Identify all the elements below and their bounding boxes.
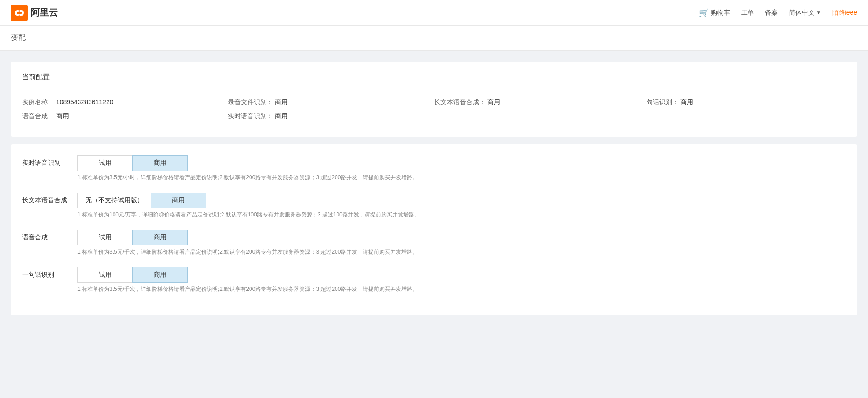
service-realtime-buttons: 试用 商用: [77, 155, 188, 171]
config-item-recording: 录音文件识别： 商用: [228, 98, 434, 107]
service-longtext-section: 长文本语音合成 无（不支持试用版） 商用 1.标准单价为100元/万字，详细阶梯…: [22, 193, 846, 219]
cart-icon: 🛒: [699, 8, 709, 18]
service-tts-buttons: 试用 商用: [77, 230, 188, 245]
config-value-longtext: 商用: [487, 98, 500, 106]
longtext-none-btn[interactable]: 无（不支持试用版）: [77, 193, 151, 208]
cart-nav-item[interactable]: 🛒 购物车: [699, 8, 730, 18]
logo-text: 阿里云: [30, 6, 58, 19]
svg-rect-0: [11, 5, 28, 21]
service-realtime-name: 实时语音识别: [22, 155, 77, 167]
config-label-tts: 语音合成：: [22, 112, 54, 119]
service-sentence-row: 一句话识别 试用 商用: [22, 267, 846, 283]
services-config-card: 实时语音识别 试用 商用 1.标准单价为3.5元/小时，详细阶梯价格请看产品定价…: [11, 144, 857, 315]
service-tts-row: 语音合成 试用 商用: [22, 230, 846, 245]
current-config-title: 当前配置: [22, 73, 846, 89]
lang-selector[interactable]: 简体中文 ▼: [789, 9, 821, 17]
main-content: 当前配置 实例名称： 1089543283611220 录音文件识别： 商用 长…: [0, 51, 868, 398]
config-value-recording: 商用: [275, 98, 288, 106]
config-label-longtext: 长文本语音合成：: [434, 98, 485, 106]
realtime-commercial-btn[interactable]: 商用: [132, 155, 188, 171]
user-label: 陌路ieee: [832, 9, 857, 17]
lang-label: 简体中文: [789, 9, 815, 17]
header: 阿里云 🛒 购物车 工单 备案 简体中文 ▼ 陌路ieee: [0, 0, 868, 26]
sentence-commercial-btn[interactable]: 商用: [132, 267, 188, 283]
service-sentence-buttons: 试用 商用: [77, 267, 188, 283]
service-tts-name: 语音合成: [22, 230, 77, 242]
service-longtext-name: 长文本语音合成: [22, 193, 77, 205]
config-label-sentence: 一句话识别：: [640, 98, 679, 106]
tts-commercial-btn[interactable]: 商用: [132, 230, 188, 245]
sentence-trial-btn[interactable]: 试用: [77, 267, 132, 283]
config-item-longtext: 长文本语音合成： 商用: [434, 98, 640, 107]
longtext-commercial-btn[interactable]: 商用: [151, 193, 206, 208]
chevron-down-icon: ▼: [817, 10, 821, 15]
service-longtext-buttons: 无（不支持试用版） 商用: [77, 193, 206, 208]
service-sentence-name: 一句话识别: [22, 267, 77, 279]
order-nav-item[interactable]: 工单: [741, 9, 754, 17]
header-nav: 🛒 购物车 工单 备案 简体中文 ▼ 陌路ieee: [699, 8, 857, 18]
config-label-recording: 录音文件识别：: [228, 98, 273, 106]
realtime-trial-btn[interactable]: 试用: [77, 155, 132, 171]
order-label: 工单: [741, 9, 754, 17]
config-item-tts: 语音合成： 商用: [22, 112, 228, 120]
cart-label: 购物车: [711, 9, 730, 17]
config-item-sentence: 一句话识别： 商用: [640, 98, 846, 107]
page-title: 变配: [11, 34, 26, 41]
service-longtext-row: 长文本语音合成 无（不支持试用版） 商用: [22, 193, 846, 208]
service-sentence-desc: 1.标准单价为3.5元/千次，详细阶梯价格请看产品定价说明;2.默认享有200路…: [77, 285, 846, 293]
config-label-instance: 实例名称：: [22, 98, 54, 106]
config-row-1: 实例名称： 1089543283611220 录音文件识别： 商用 长文本语音合…: [22, 98, 846, 107]
record-nav-item[interactable]: 备案: [765, 9, 778, 17]
page-title-bar: 变配: [0, 26, 868, 51]
logo-icon: [11, 5, 28, 21]
service-realtime-section: 实时语音识别 试用 商用 1.标准单价为3.5元/小时，详细阶梯价格请看产品定价…: [22, 155, 846, 182]
service-realtime-row: 实时语音识别 试用 商用: [22, 155, 846, 171]
config-value-tts: 商用: [56, 112, 69, 119]
service-longtext-desc: 1.标准单价为100元/万字，详细阶梯价格请看产品定价说明;2.默认享有100路…: [77, 211, 846, 219]
config-value-sentence: 商用: [680, 98, 693, 106]
user-nav-item[interactable]: 陌路ieee: [832, 9, 857, 17]
record-label: 备案: [765, 9, 778, 17]
config-row-2: 语音合成： 商用 实时语音识别： 商用: [22, 112, 846, 120]
config-value-realtime: 商用: [275, 112, 288, 119]
config-label-realtime: 实时语音识别：: [228, 112, 273, 119]
tts-trial-btn[interactable]: 试用: [77, 230, 132, 245]
config-item-realtime: 实时语音识别： 商用: [228, 112, 434, 120]
service-tts-section: 语音合成 试用 商用 1.标准单价为3.5元/千次，详细阶梯价格请看产品定价说明…: [22, 230, 846, 256]
service-tts-desc: 1.标准单价为3.5元/千次，详细阶梯价格请看产品定价说明;2.默认享有200路…: [77, 248, 846, 256]
logo[interactable]: 阿里云: [11, 5, 58, 21]
config-value-instance: 1089543283611220: [56, 98, 114, 106]
service-sentence-section: 一句话识别 试用 商用 1.标准单价为3.5元/千次，详细阶梯价格请看产品定价说…: [22, 267, 846, 293]
service-realtime-desc: 1.标准单价为3.5元/小时，详细阶梯价格请看产品定价说明;2.默认享有200路…: [77, 174, 846, 182]
config-item-instance: 实例名称： 1089543283611220: [22, 98, 228, 107]
current-config-card: 当前配置 实例名称： 1089543283611220 录音文件识别： 商用 长…: [11, 62, 857, 137]
